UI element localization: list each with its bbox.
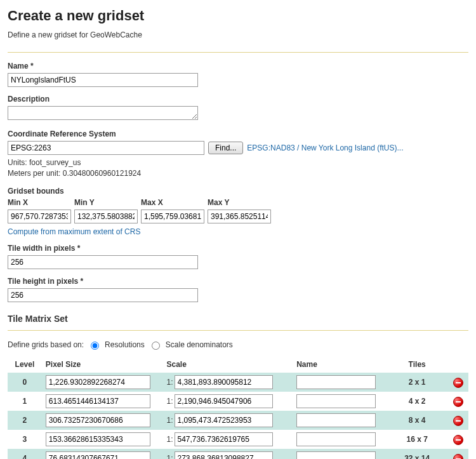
scale-input[interactable] xyxy=(175,394,273,408)
name-label: Name * xyxy=(8,62,468,70)
tiles-cell: 16 x 7 xyxy=(387,430,448,449)
table-row: 41:32 x 14 xyxy=(8,449,468,459)
pixel-size-input[interactable] xyxy=(46,394,150,408)
pixel-size-input[interactable] xyxy=(46,432,150,446)
divider xyxy=(8,52,468,53)
miny-input[interactable] xyxy=(74,210,138,223)
scale-input[interactable] xyxy=(175,413,273,427)
table-row: 11:4 x 2 xyxy=(8,392,468,411)
name-input[interactable] xyxy=(8,73,198,87)
level-name-input[interactable] xyxy=(296,413,376,427)
find-crs-button[interactable]: Find... xyxy=(208,142,243,154)
crs-label: Coordinate Reference System xyxy=(8,130,468,138)
scale-input[interactable] xyxy=(175,432,273,446)
remove-level-icon[interactable] xyxy=(453,435,463,445)
maxx-input[interactable] xyxy=(141,210,204,223)
pixel-size-input[interactable] xyxy=(46,375,150,389)
remove-level-icon[interactable] xyxy=(453,397,463,407)
level-cell: 4 xyxy=(8,449,42,459)
basis-row: Define grids based on: Resolutions Scale… xyxy=(8,340,468,350)
divider xyxy=(8,330,468,331)
scale-prefix: 1: xyxy=(166,416,173,425)
scale-prefix: 1: xyxy=(166,454,173,459)
scale-input[interactable] xyxy=(175,375,273,389)
miny-label: Min Y xyxy=(74,198,138,207)
tiles-cell: 32 x 14 xyxy=(387,449,448,459)
table-row: 21:8 x 4 xyxy=(8,411,468,430)
pixel-size-input[interactable] xyxy=(46,413,150,427)
level-name-input[interactable] xyxy=(296,432,376,446)
pixel-size-input[interactable] xyxy=(46,451,150,459)
level-cell: 3 xyxy=(8,430,42,449)
scale-prefix: 1: xyxy=(166,397,173,406)
col-remove xyxy=(448,356,468,373)
compute-extent-link[interactable]: Compute from maximum extent of CRS xyxy=(8,227,140,236)
bounds-label: Gridset bounds xyxy=(8,187,468,196)
page-title: Create a new gridset xyxy=(8,8,468,24)
basis-scale-label: Scale denominators xyxy=(166,340,233,349)
col-tiles: Tiles xyxy=(387,356,448,373)
tile-height-label: Tile height in pixels * xyxy=(8,277,468,286)
maxy-label: Max Y xyxy=(208,198,271,207)
table-row: 01:2 x 1 xyxy=(8,373,468,392)
tile-matrix-heading: Tile Matrix Set xyxy=(8,314,468,324)
tile-height-input[interactable] xyxy=(8,288,198,302)
level-name-input[interactable] xyxy=(296,375,376,389)
col-level: Level xyxy=(8,356,42,373)
remove-level-icon[interactable] xyxy=(453,416,463,426)
tiles-cell: 4 x 2 xyxy=(387,392,448,411)
remove-level-icon[interactable] xyxy=(453,378,463,388)
tile-width-label: Tile width in pixels * xyxy=(8,244,468,253)
minx-input[interactable] xyxy=(8,210,71,223)
crs-display-link[interactable]: EPSG:NAD83 / New York Long Island (ftUS)… xyxy=(247,143,403,152)
mpu-prefix: Meters per unit: xyxy=(8,169,63,178)
basis-resolutions-radio[interactable] xyxy=(91,342,99,350)
description-label: Description xyxy=(8,95,468,103)
col-scale: Scale xyxy=(162,356,293,373)
units-prefix: Units: xyxy=(8,158,29,167)
description-input[interactable] xyxy=(8,106,198,120)
tile-matrix-table: Level Pixel Size Scale Name Tiles 01:2 x… xyxy=(8,356,468,459)
level-name-input[interactable] xyxy=(296,394,376,408)
maxx-label: Max X xyxy=(141,198,204,207)
scale-prefix: 1: xyxy=(166,378,173,387)
scale-input[interactable] xyxy=(175,451,273,459)
basis-scale-radio[interactable] xyxy=(152,342,160,350)
basis-resolutions-label: Resolutions xyxy=(105,340,145,349)
mpu-value: 0.30480060960121924 xyxy=(63,169,141,178)
page-subtitle: Define a new gridset for GeoWebCache xyxy=(8,30,468,39)
minx-label: Min X xyxy=(8,198,71,207)
col-name: Name xyxy=(293,356,387,373)
level-cell: 1 xyxy=(8,392,42,411)
tiles-cell: 8 x 4 xyxy=(387,411,448,430)
level-cell: 2 xyxy=(8,411,42,430)
crs-units-info: Units: foot_survey_us Meters per unit: 0… xyxy=(8,157,468,179)
remove-level-icon[interactable] xyxy=(453,454,463,459)
col-pixel: Pixel Size xyxy=(42,356,163,373)
tiles-cell: 2 x 1 xyxy=(387,373,448,392)
tile-width-input[interactable] xyxy=(8,255,198,269)
basis-label: Define grids based on: xyxy=(8,340,84,349)
crs-input[interactable] xyxy=(8,141,204,155)
table-row: 31:16 x 7 xyxy=(8,430,468,449)
level-name-input[interactable] xyxy=(296,451,376,459)
scale-prefix: 1: xyxy=(166,435,173,444)
level-cell: 0 xyxy=(8,373,42,392)
units-value: foot_survey_us xyxy=(29,158,81,167)
maxy-input[interactable] xyxy=(208,210,271,223)
